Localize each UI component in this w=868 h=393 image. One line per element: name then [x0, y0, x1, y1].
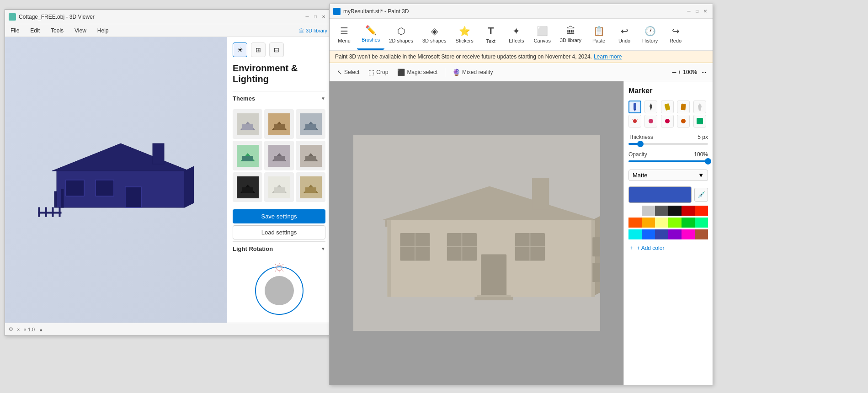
svg-rect-78 — [681, 104, 686, 111]
toolbar-redo[interactable]: ↪ Redo — [663, 19, 688, 50]
sidebar-tab-grid1[interactable]: ⊞ — [251, 42, 266, 57]
footer-expand-icon: ▲ — [38, 327, 43, 332]
brush-grid — [628, 101, 708, 127]
brush-watercolor[interactable] — [693, 101, 706, 113]
light-rotation-header[interactable]: Light Rotation ▼ — [233, 241, 325, 256]
color-blue[interactable] — [642, 229, 655, 239]
toolbar-history[interactable]: 🕐 History — [637, 19, 663, 50]
finish-dropdown[interactable]: Matte ▼ — [628, 170, 708, 181]
brush-eraser[interactable] — [661, 115, 674, 127]
color-palette-row2 — [628, 218, 708, 228]
brush-custom[interactable] — [693, 115, 706, 127]
toolbar-undo[interactable]: ↩ Undo — [612, 19, 637, 50]
toolbar-menu[interactable]: ☰ Menu — [331, 19, 357, 50]
color-yellow-green[interactable] — [668, 218, 682, 228]
paint3d-minimize-button[interactable]: ─ — [685, 8, 692, 15]
brush-fill[interactable] — [677, 115, 690, 127]
theme-item-2[interactable] — [264, 109, 294, 139]
light-dial[interactable] — [252, 263, 307, 318]
viewer-maximize-button[interactable]: □ — [312, 13, 319, 21]
learn-more-link[interactable]: Learn more — [594, 53, 622, 60]
color-pink[interactable] — [682, 229, 695, 239]
brush-calligraphy[interactable] — [661, 101, 674, 113]
viewer-3dlibrary-button[interactable]: 🏛 3D library — [299, 28, 327, 33]
color-green[interactable] — [682, 218, 695, 228]
opacity-slider[interactable] — [628, 160, 708, 162]
theme-item-6[interactable] — [296, 141, 325, 170]
theme-item-8[interactable] — [264, 172, 294, 202]
color-cyan[interactable] — [628, 229, 642, 239]
color-bright-red[interactable] — [695, 206, 708, 216]
brush-pixel[interactable] — [644, 115, 657, 127]
zoom-plus-icon[interactable]: + — [678, 69, 681, 75]
svg-point-43 — [277, 265, 282, 271]
opacity-label: Opacity — [628, 151, 647, 158]
paint3d-titlebar: myResultant.stl* - Paint 3D ─ □ ✕ — [330, 4, 713, 19]
action-crop[interactable]: ⬚ Crop — [365, 67, 392, 78]
opacity-thumb[interactable] — [705, 158, 711, 165]
svg-rect-22 — [305, 124, 316, 130]
color-yellow-orange[interactable] — [642, 218, 655, 228]
thickness-thumb[interactable] — [637, 141, 644, 147]
thickness-slider[interactable] — [628, 143, 708, 145]
zoom-minus-icon[interactable]: ─ — [672, 69, 676, 75]
brush-pen[interactable] — [644, 101, 657, 113]
sidebar-tab-grid2[interactable]: ⊟ — [269, 42, 284, 57]
action-mixed-reality[interactable]: 🔮 Mixed reality — [449, 67, 496, 78]
toolbar-3dlibrary[interactable]: 🏛 3D library — [555, 19, 586, 50]
action-more-button[interactable]: ··· — [699, 67, 709, 77]
sidebar-tab-env[interactable]: ☀ — [233, 42, 247, 57]
load-settings-button[interactable]: Load settings — [233, 225, 325, 239]
viewer-close-button[interactable]: ✕ — [320, 13, 327, 21]
color-brown[interactable] — [695, 229, 708, 239]
brush-spray[interactable] — [628, 115, 641, 127]
viewer-canvas[interactable] — [5, 37, 227, 323]
brush-marker[interactable] — [628, 101, 641, 113]
theme-item-1[interactable] — [233, 109, 262, 139]
theme-item-7[interactable] — [233, 172, 262, 202]
color-dark-gray[interactable] — [655, 206, 668, 216]
color-red[interactable] — [682, 206, 695, 216]
paint3d-main: Marker — [330, 81, 713, 385]
toolbar-stickers[interactable]: ⭐ Stickers — [451, 19, 478, 50]
toolbar-text[interactable]: T Text — [478, 19, 504, 50]
menu-tools[interactable]: Tools — [49, 27, 65, 35]
toolbar-3dshapes[interactable]: ◈ 3D shapes — [418, 19, 451, 50]
toolbar-paste[interactable]: 📋 Paste — [586, 19, 612, 50]
menu-file[interactable]: File — [9, 27, 21, 35]
color-yellow[interactable] — [655, 218, 668, 228]
menu-help[interactable]: Help — [96, 27, 111, 35]
theme-item-3[interactable] — [296, 109, 325, 139]
theme-item-4[interactable] — [233, 141, 262, 170]
add-color-button[interactable]: ＋ + Add color — [628, 242, 708, 254]
paint3d-close-button[interactable]: ✕ — [702, 8, 709, 15]
svg-rect-34 — [242, 187, 253, 193]
themes-section-header[interactable]: Themes ▼ — [233, 91, 325, 106]
active-color-swatch[interactable] — [628, 186, 692, 203]
action-magic-select[interactable]: ⬛ Magic select — [394, 67, 441, 78]
toolbar-effects[interactable]: ✦ Effects — [504, 19, 529, 50]
color-purple[interactable] — [668, 229, 682, 239]
action-select[interactable]: ↖ Select — [333, 67, 363, 78]
brush-oil[interactable] — [677, 101, 690, 113]
eyedropper-button[interactable]: 💉 — [694, 188, 708, 202]
paint3d-maximize-button[interactable]: □ — [693, 8, 701, 15]
color-white[interactable] — [628, 206, 642, 216]
color-orange[interactable] — [628, 218, 642, 228]
color-light-gray[interactable] — [642, 206, 655, 216]
color-dark-blue[interactable] — [655, 229, 668, 239]
color-bright-green[interactable] — [695, 218, 708, 228]
canvas-area[interactable] — [330, 81, 623, 385]
toolbar-canvas[interactable]: ⬜ Canvas — [529, 19, 555, 50]
viewer-minimize-button[interactable]: ─ — [304, 13, 311, 21]
save-settings-button[interactable]: Save settings — [233, 209, 325, 223]
menu-edit[interactable]: Edit — [28, 27, 42, 35]
toolbar-brushes[interactable]: ✏️ Brushes — [357, 19, 384, 50]
menu-view[interactable]: View — [73, 27, 88, 35]
footer-scale-label: × — [17, 327, 20, 332]
toolbar-2dshapes[interactable]: ⬡ 2D shapes — [384, 19, 418, 50]
theme-item-9[interactable] — [296, 172, 325, 202]
theme-item-5[interactable] — [264, 141, 294, 170]
paint3d-window-controls: ─ □ ✕ — [685, 8, 709, 15]
color-black[interactable] — [668, 206, 682, 216]
